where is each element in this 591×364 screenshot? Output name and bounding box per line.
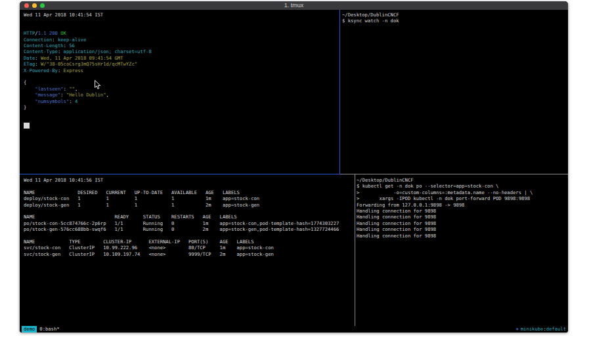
terminal-line bbox=[24, 123, 338, 129]
terminal-line: Content-Type: application/json; charset=… bbox=[24, 49, 338, 54]
kube-namespace: default bbox=[546, 326, 566, 332]
terminal-line: svc/stock-con ClusterIP 10.99.222.96 <no… bbox=[24, 245, 352, 251]
zoom-button[interactable] bbox=[40, 3, 45, 8]
terminal-line: Handling connection for 9898 bbox=[357, 214, 565, 220]
terminal-line: X-Powered-By: Express bbox=[24, 68, 338, 73]
terminal-line bbox=[24, 183, 352, 189]
terminal-line: HTTP/1.1 200 OK bbox=[24, 30, 338, 36]
minimize-button[interactable] bbox=[32, 3, 37, 8]
terminal-line: ~/Desktop/DublinCNCF bbox=[357, 177, 565, 183]
pane-port-forward[interactable]: ~/Desktop/DublinCNCF$ kubectl get -n dok… bbox=[357, 177, 565, 325]
terminal-line bbox=[24, 117, 338, 123]
terminal-line: Content-Length: 56 bbox=[24, 43, 338, 49]
active-border-segment bbox=[20, 174, 340, 174]
terminal-line: } bbox=[24, 104, 338, 110]
terminal-line: > -o=custom-columns=:metadata.name --no-… bbox=[357, 190, 565, 195]
window-title: 1. tmux bbox=[284, 1, 304, 10]
terminal-line bbox=[24, 18, 338, 24]
inactive-border-segment bbox=[340, 174, 568, 174]
terminal-line: "numsymbols": 4 bbox=[24, 98, 338, 104]
terminal-line: Handling connection for 9898 bbox=[357, 233, 565, 239]
terminal-line: svc/stock-gen ClusterIP 10.109.197.74 <n… bbox=[24, 251, 352, 257]
terminal-line: NAME DESIRED CURRENT UP-TO-DATE AVAILABL… bbox=[24, 190, 352, 195]
terminal-line: Date: Wed, 11 Apr 2018 09:41:54 GMT bbox=[24, 55, 338, 61]
helm-wheel-icon: ⎈ bbox=[515, 326, 518, 332]
terminal-line: $ ksync watch -n dok bbox=[342, 18, 565, 24]
pane-kubectl-resources[interactable]: Wed 11 Apr 2018 10:41:56 IST NAME DESIRE… bbox=[24, 177, 352, 325]
terminal-window: 1. tmux Wed 11 Apr 2018 10:41:54 IST HTT… bbox=[20, 1, 568, 333]
window-titlebar[interactable]: 1. tmux bbox=[20, 1, 568, 10]
terminal-line: po/stock-con-5cc874766c-2p6rp 1/1 Runnin… bbox=[24, 220, 352, 226]
terminal-line: { bbox=[24, 79, 338, 85]
close-button[interactable] bbox=[24, 3, 29, 8]
terminal-line bbox=[24, 111, 338, 117]
terminal-line: NAME TYPE CLUSTER-IP EXTERNAL-IP PORT(S)… bbox=[24, 239, 352, 245]
pane-ksync-watch[interactable]: ~/Desktop/DublinCNCF$ ksync watch -n dok bbox=[342, 12, 565, 173]
tmux-session: Wed 11 Apr 2018 10:41:54 IST HTTP/1.1 20… bbox=[20, 10, 568, 333]
terminal-line: ~/Desktop/DublinCNCF bbox=[342, 12, 565, 18]
pane-divider-horizontal[interactable] bbox=[20, 174, 568, 174]
tmux-status-bar: demo 0:bash* ⎈minikube:default bbox=[20, 326, 568, 333]
kube-context-indicator: ⎈minikube:default bbox=[515, 326, 566, 333]
pane-divider-vertical-bottom[interactable] bbox=[355, 174, 355, 326]
kube-cluster: minikube bbox=[521, 326, 544, 332]
window-list-item[interactable]: 0:bash* bbox=[39, 326, 59, 333]
terminal-line: Connection: keep-alive bbox=[24, 37, 338, 43]
terminal-line bbox=[24, 73, 338, 79]
traffic-lights bbox=[24, 3, 45, 8]
terminal-line: Handling connection for 9898 bbox=[357, 220, 565, 226]
terminal-line: "lastseen": "", bbox=[24, 86, 338, 92]
terminal-line: po/stock-gen-576cc688bb-swqf6 1/1 Runnin… bbox=[24, 226, 352, 232]
terminal-line: deploy/stock-con 1 1 1 1 1m app=stock-co… bbox=[24, 195, 352, 201]
terminal-line: Handling connection for 9898 bbox=[357, 226, 565, 232]
terminal-line: ETag: W/"38-05coCsrg3mQ75sHr1d/qcMTwYZc" bbox=[24, 61, 338, 67]
terminal-line: Forwarding from 127.0.0.1:9898 -> 9898 bbox=[357, 202, 565, 208]
pane-http-response[interactable]: Wed 11 Apr 2018 10:41:54 IST HTTP/1.1 20… bbox=[24, 12, 338, 173]
terminal-line: $ kubectl get -n dok po --selector=app=s… bbox=[357, 183, 565, 189]
terminal-line: "message": "Hello Dublin", bbox=[24, 92, 338, 98]
terminal-line: > xargs -IPOD kubectl -n dok port-forwar… bbox=[357, 195, 565, 201]
terminal-line: Wed 11 Apr 2018 10:41:54 IST bbox=[24, 12, 338, 18]
terminal-line bbox=[24, 24, 338, 30]
terminal-line bbox=[24, 208, 352, 214]
terminal-line: NAME READY STATUS RESTARTS AGE LABELS bbox=[24, 214, 352, 220]
pane-divider-vertical-top[interactable] bbox=[339, 10, 340, 174]
terminal-line: Wed 11 Apr 2018 10:41:56 IST bbox=[24, 177, 352, 183]
session-name[interactable]: demo bbox=[22, 326, 37, 333]
terminal-line bbox=[24, 233, 352, 239]
terminal-line: deploy/stock-gen 1 1 1 1 2m app=stock-ge… bbox=[24, 202, 352, 208]
status-left: demo 0:bash* bbox=[22, 326, 60, 333]
terminal-line: Handling connection for 9898 bbox=[357, 208, 565, 214]
